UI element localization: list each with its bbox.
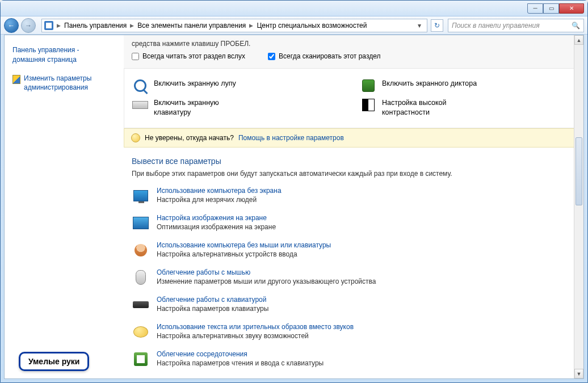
hint-text: Не уверены, откуда начать?	[145, 134, 234, 142]
quick-osk[interactable]: Включить экраннуюклавиатуру	[132, 98, 347, 117]
checkbox-scan[interactable]	[268, 53, 275, 60]
breadcrumb-item[interactable]: Центр специальных возможностей	[257, 22, 367, 30]
sidebar-admin-line2: администрирования	[24, 83, 88, 91]
sidebar-admin-link[interactable]: Изменить параметры администрирования	[24, 74, 91, 93]
control-panel-icon	[44, 21, 53, 30]
scrollbar[interactable]: ▲ ▼	[574, 35, 583, 378]
quick-label: Настройка высокойконтрастности	[382, 98, 447, 117]
quick-label: Включить экранную лупу	[154, 79, 236, 89]
maximize-button[interactable]: ▭	[543, 3, 559, 14]
setting-text-visual: Использование текста или зрительных обра…	[132, 323, 576, 341]
minimize-button[interactable]: ─	[527, 3, 543, 14]
shield-icon	[12, 75, 20, 84]
scroll-down-button[interactable]: ▼	[574, 369, 583, 378]
sidebar-admin-line1: Изменить параметры	[24, 74, 91, 82]
search-placeholder: Поиск в панели управления	[452, 22, 540, 30]
setting-no-mouse-kbd: Использование компьютера без мыши или кл…	[132, 241, 576, 259]
refresh-button[interactable]: ↻	[431, 19, 443, 32]
chevron-right-icon: ▶	[54, 23, 63, 28]
setting-keyboard: Облегчение работы с клавиатурой Настройк…	[132, 296, 576, 314]
keyboard-icon	[132, 296, 150, 314]
chevron-right-icon: ▶	[247, 23, 255, 28]
sidebar-home-line1: Панель управления -	[12, 46, 79, 54]
quick-label: Включить экранного диктора	[382, 79, 477, 89]
setting-sub: Настройка альтернативных устройств ввода	[157, 250, 331, 258]
setting-sub: Настройка альтернативных звуку возможнос…	[157, 332, 354, 340]
monitor-icon	[132, 214, 150, 232]
contrast-icon	[360, 98, 376, 112]
section-description: При выборе этих параметров они будут зап…	[132, 169, 576, 179]
setting-link[interactable]: Настройка изображения на экране	[157, 214, 276, 222]
quick-contrast[interactable]: Настройка высокойконтрастности	[360, 98, 575, 117]
chevron-right-icon: ▶	[128, 23, 136, 28]
magnifier-icon	[132, 79, 148, 92]
setting-link[interactable]: Использование компьютера без мыши или кл…	[157, 241, 331, 249]
back-button[interactable]: ←	[4, 18, 19, 33]
scroll-up-button[interactable]: ▲	[574, 35, 583, 45]
breadcrumb[interactable]: ▶ Панель управления ▶ Все элементы панел…	[41, 19, 427, 32]
search-input[interactable]: Поиск в панели управления 🔍	[448, 19, 584, 32]
setting-focus: Облегчение сосредоточения Настройка пара…	[132, 350, 576, 368]
quick-magnifier[interactable]: Включить экранную лупу	[132, 79, 347, 92]
watermark-badge: Умелые руки	[19, 352, 89, 371]
instruction-text: средства нажмите клавишу ПРОБЕЛ.	[132, 40, 576, 48]
hint-bar: Не уверены, откуда начать? Помощь в наст…	[124, 128, 583, 148]
lightbulb-icon	[131, 133, 140, 142]
sidebar-home-line2: домашняя страница	[12, 56, 77, 64]
setting-link[interactable]: Облегчение сосредоточения	[157, 350, 324, 358]
setting-sub: Настройка для незрячих людей	[157, 196, 282, 204]
setting-sub: Настройка параметров клавиатуры	[157, 305, 268, 313]
forward-button[interactable]: →	[21, 18, 36, 33]
mouse-icon	[132, 268, 150, 287]
setting-link[interactable]: Облегчение работы с мышью	[157, 268, 376, 276]
quick-label: Включить экраннуюклавиатуру	[154, 98, 219, 117]
setting-no-display: Использование компьютера без экрана Наст…	[132, 187, 576, 205]
setting-sub: Оптимизация изображения на экране	[157, 223, 276, 231]
sidebar-home-link[interactable]: Панель управления - домашняя страница	[12, 45, 116, 65]
setting-mouse: Облегчение работы с мышью Изменение пара…	[132, 268, 576, 287]
section-title: Вывести все параметры	[132, 157, 583, 166]
close-button[interactable]: ✕	[559, 3, 584, 14]
sidebar: Панель управления - домашняя страница Из…	[5, 35, 124, 378]
narrator-icon	[360, 79, 376, 92]
person-icon	[132, 241, 150, 259]
focus-icon	[132, 350, 150, 368]
setting-link[interactable]: Облегчение работы с клавиатурой	[157, 296, 268, 304]
setting-link[interactable]: Использование текста или зрительных обра…	[157, 323, 354, 331]
checkbox-label: Всегда читать этот раздел вслух	[142, 52, 245, 60]
breadcrumb-dropdown[interactable]: ▾	[414, 22, 425, 30]
search-icon: 🔍	[572, 22, 580, 30]
breadcrumb-item[interactable]: Все элементы панели управления	[137, 22, 246, 30]
scroll-thumb[interactable]	[576, 137, 582, 205]
toolbar: ← → ▶ Панель управления ▶ Все элементы п…	[1, 16, 587, 35]
titlebar: ─ ▭ ✕	[1, 1, 587, 16]
breadcrumb-item[interactable]: Панель управления	[64, 22, 127, 30]
setting-link[interactable]: Использование компьютера без экрана	[157, 187, 282, 195]
quick-narrator[interactable]: Включить экранного диктора	[360, 79, 575, 92]
setting-sub: Настройка параметров чтения и ввода с кл…	[157, 359, 324, 367]
speech-bubble-icon	[132, 323, 150, 341]
monitor-icon	[132, 187, 150, 205]
main-content: средства нажмите клавишу ПРОБЕЛ. Всегда …	[124, 35, 583, 378]
always-read-checkbox[interactable]: Всегда читать этот раздел вслух	[132, 52, 245, 60]
setting-display: Настройка изображения на экране Оптимиза…	[132, 214, 576, 232]
setting-sub: Изменение параметров мыши или другого ук…	[157, 277, 376, 285]
hint-link[interactable]: Помощь в настройке параметров	[238, 134, 344, 142]
checkbox-label: Всегда сканировать этот раздел	[279, 52, 380, 60]
checkbox-read-aloud[interactable]	[132, 53, 139, 60]
keyboard-icon	[132, 98, 148, 112]
always-scan-checkbox[interactable]: Всегда сканировать этот раздел	[268, 52, 380, 60]
